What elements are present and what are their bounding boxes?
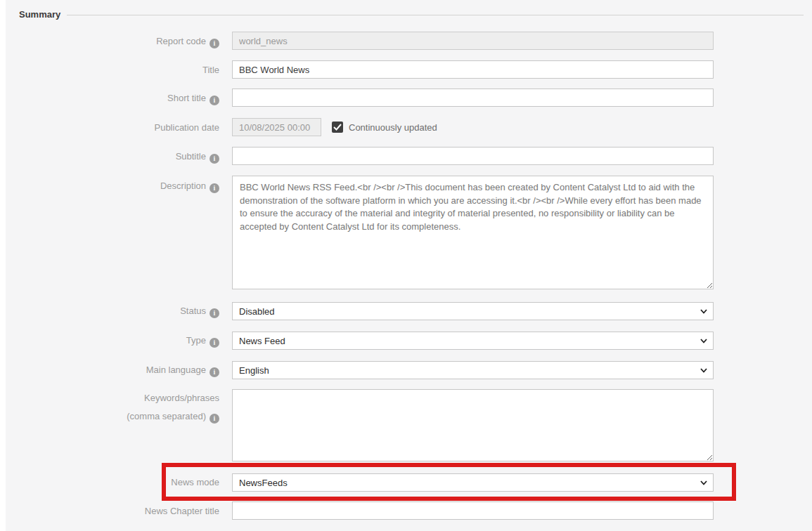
main-language-select-wrap: English — [232, 361, 714, 379]
news-mode-label: News mode — [21, 477, 219, 488]
type-select-wrap: News Feed — [232, 332, 714, 350]
info-icon[interactable]: i — [210, 338, 219, 348]
info-icon[interactable]: i — [210, 183, 219, 193]
continuously-updated-checkbox[interactable] — [332, 122, 343, 133]
summary-form-panel: Summary Report codei Title Short titlei … — [6, 0, 812, 531]
type-select[interactable]: News Feed — [232, 332, 714, 350]
main-language-select[interactable]: English — [232, 361, 714, 379]
info-icon[interactable]: i — [210, 154, 219, 164]
news-mode-select-wrap: NewsFeeds — [232, 473, 714, 492]
type-label: Typei — [21, 335, 219, 348]
status-select[interactable]: Disabled — [232, 302, 714, 320]
continuously-updated-label: Continuously updated — [349, 122, 437, 133]
main-language-label: Main languagei — [21, 365, 219, 377]
report-code-input — [232, 32, 714, 50]
title-input[interactable] — [232, 60, 714, 79]
info-icon[interactable]: i — [210, 39, 219, 48]
check-icon — [333, 124, 342, 131]
info-icon[interactable]: i — [210, 367, 219, 377]
title-label: Title — [21, 65, 219, 76]
subtitle-label: Subtitlei — [21, 151, 219, 164]
publication-date-input — [232, 118, 321, 136]
short-title-input[interactable] — [232, 88, 714, 107]
keywords-label-line1: Keywords/phrases — [21, 393, 219, 404]
description-label: Descriptioni — [21, 181, 219, 193]
keywords-label-line2: (comma separated)i — [21, 411, 219, 424]
news-mode-select[interactable]: NewsFeeds — [232, 473, 714, 492]
section-title: Summary — [19, 9, 60, 20]
info-icon[interactable]: i — [210, 96, 219, 105]
news-chapter-title-input[interactable] — [232, 501, 714, 520]
report-code-label: Report codei — [21, 36, 219, 48]
status-select-wrap: Disabled — [232, 302, 714, 320]
short-title-label: Short titlei — [21, 93, 219, 105]
publication-date-label: Publication date — [21, 122, 219, 133]
keywords-textarea[interactable] — [232, 389, 714, 461]
description-textarea[interactable]: BBC World News RSS Feed.<br /><br />This… — [232, 176, 714, 289]
info-icon[interactable]: i — [210, 414, 219, 424]
section-divider — [67, 15, 804, 15]
info-icon[interactable]: i — [210, 308, 219, 318]
status-label: Statusi — [21, 306, 219, 318]
subtitle-input[interactable] — [232, 147, 714, 165]
news-chapter-title-label: News Chapter title — [21, 506, 219, 517]
